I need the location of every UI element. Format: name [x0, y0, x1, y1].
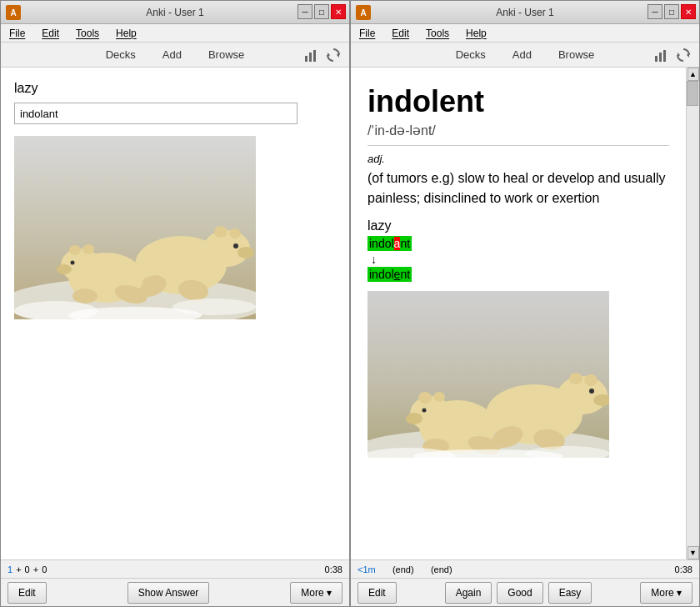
svg-point-22	[72, 288, 98, 304]
svg-marker-3	[337, 53, 339, 58]
menu-help-1[interactable]: Help	[111, 26, 142, 41]
typed-prefix: indol	[369, 237, 394, 250]
more-button-1[interactable]: More ▾	[290, 582, 342, 604]
maximize-button-1[interactable]: □	[314, 4, 329, 19]
plus1-1: +	[16, 564, 21, 574]
scrollbar-2[interactable]: ▲ ▼	[686, 68, 699, 559]
count-review-1: 0	[25, 564, 30, 574]
scroll-thumb[interactable]	[687, 81, 698, 106]
typed-answer: indolant	[368, 236, 412, 251]
edit-button-1[interactable]: Edit	[8, 582, 47, 604]
toolbar-decks-1[interactable]: Decks	[99, 45, 142, 64]
close-button-2[interactable]: ✕	[681, 4, 696, 19]
spacer1	[379, 564, 389, 574]
end2-label: (end)	[431, 564, 452, 574]
svg-marker-4	[328, 53, 330, 58]
easy-button[interactable]: Easy	[548, 582, 592, 604]
svg-point-10	[229, 228, 241, 238]
count-new-1: 1	[8, 564, 12, 574]
card-area-2: indolent /ˈin-də-lənt/ adj. (of tumors e…	[351, 68, 686, 559]
toolbar-decks-2[interactable]: Decks	[449, 45, 492, 64]
answer-buttons: Again Good Easy	[445, 582, 592, 604]
toolbar-2: Decks Add Browse	[351, 43, 699, 68]
window-title-1: Anki - User 1	[146, 7, 203, 18]
sync-icon-1[interactable]	[324, 46, 342, 64]
good-button[interactable]: Good	[497, 582, 542, 604]
menu-file-1[interactable]: File	[4, 26, 30, 41]
menu-tools-2[interactable]: Tools	[421, 26, 454, 41]
show-answer-button[interactable]: Show Answer	[128, 582, 210, 604]
maximize-button-2[interactable]: □	[664, 4, 679, 19]
statusbar-2: <1m (end) (end) 0:38	[351, 559, 699, 578]
end1-label: (end)	[392, 564, 414, 574]
typed-answer-line: indolant	[368, 237, 669, 250]
answer-section: lazy indolant ↓ indolent	[368, 218, 669, 281]
interval-label: <1m	[358, 564, 376, 574]
svg-point-11	[238, 247, 254, 258]
minimize-button-2[interactable]: ─	[648, 4, 662, 19]
scroll-up-arrow[interactable]: ▲	[688, 68, 699, 81]
scroll-down-arrow[interactable]: ▼	[688, 546, 699, 559]
window-2: Anki - User 1 ─ □ ✕ A File Edit Tools He…	[350, 0, 700, 607]
toolbar-browse-2[interactable]: Browse	[552, 45, 601, 64]
word-prompt-1: lazy	[14, 81, 336, 96]
correct-answer-line: indolent	[368, 268, 669, 281]
toolbar-add-1[interactable]: Add	[156, 45, 188, 64]
more-button-2[interactable]: More ▾	[640, 582, 692, 604]
stats-icon-1[interactable]	[302, 46, 321, 64]
svg-point-9	[214, 226, 228, 238]
close-button-1[interactable]: ✕	[331, 4, 346, 19]
menu-tools-1[interactable]: Tools	[71, 26, 104, 41]
count-due-1: 0	[42, 564, 47, 574]
svg-point-46	[422, 409, 427, 413]
part-of-speech: adj.	[368, 153, 669, 165]
svg-rect-0	[305, 56, 308, 62]
svg-point-35	[569, 373, 582, 384]
toolbar-1: Decks Add Browse	[1, 43, 349, 68]
menu-edit-1[interactable]: Edit	[37, 26, 64, 41]
titlebar-1: Anki - User 1 ─ □ ✕ A	[1, 1, 349, 24]
typed-suffix: nt	[400, 237, 410, 250]
window-1: Anki - User 1 ─ □ ✕ A File Edit Tools He…	[0, 0, 350, 607]
pronunciation: /ˈin-də-lənt/	[368, 123, 669, 138]
time-2: 0:38	[675, 564, 692, 574]
bottom-bar-2: Edit Again Good Easy More ▾	[351, 578, 699, 606]
menubar-1: File Edit Tools Help	[1, 24, 349, 43]
app-icon-2: A	[356, 5, 371, 20]
bear-image-2	[368, 291, 609, 458]
scroll-track[interactable]	[687, 81, 699, 546]
toolbar-icons-2	[652, 46, 692, 64]
menubar-2: File Edit Tools Help	[351, 24, 699, 43]
titlebar-controls-2: ─ □ ✕	[648, 4, 696, 19]
svg-point-19	[57, 264, 72, 274]
counts-1: 1 + 0 + 0	[8, 564, 47, 574]
word-title: indolent	[368, 84, 669, 119]
window-title-2: Anki - User 1	[496, 7, 553, 18]
menu-help-2[interactable]: Help	[461, 26, 492, 41]
answer-input-1[interactable]	[14, 103, 298, 124]
svg-point-45	[406, 413, 422, 424]
sync-icon-2[interactable]	[674, 46, 692, 64]
counts-2: <1m (end) (end)	[358, 564, 452, 574]
definition: (of tumors e.g) slow to heal or develop …	[368, 168, 669, 208]
divider	[368, 145, 669, 146]
minimize-button-1[interactable]: ─	[298, 4, 312, 19]
spacer2	[418, 564, 428, 574]
answer-label: lazy	[368, 218, 669, 233]
toolbar-add-2[interactable]: Add	[506, 45, 538, 64]
svg-point-36	[584, 374, 598, 386]
menu-file-2[interactable]: File	[354, 26, 380, 41]
edit-button-2[interactable]: Edit	[358, 582, 397, 604]
menu-edit-2[interactable]: Edit	[387, 26, 414, 41]
svg-rect-1	[309, 53, 312, 62]
right-card-main: indolent /ˈin-də-lənt/ adj. (of tumors e…	[351, 68, 699, 559]
svg-marker-29	[687, 53, 689, 58]
svg-rect-2	[313, 50, 316, 62]
bottom-bar-1: Edit Show Answer More ▾	[1, 578, 349, 606]
again-button[interactable]: Again	[445, 582, 492, 604]
stats-icon-2[interactable]	[652, 46, 671, 64]
plus2-1: +	[33, 564, 38, 574]
toolbar-browse-1[interactable]: Browse	[202, 45, 251, 64]
svg-point-44	[433, 392, 445, 402]
correct-suffix: nt	[400, 268, 410, 281]
